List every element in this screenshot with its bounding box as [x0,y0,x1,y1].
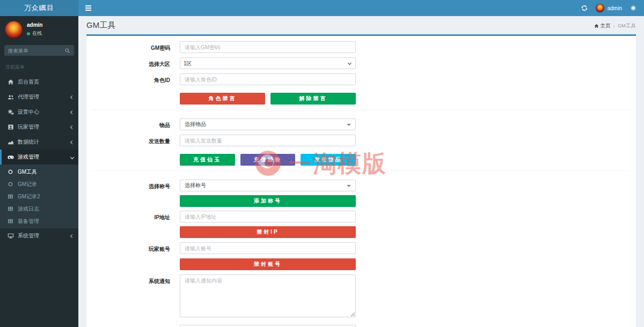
recharge-buttons-row: 充值仙玉 充值经验 发送物品 [92,151,631,166]
role-id-label: 角色ID [92,73,180,85]
unmute-role-button[interactable]: 解除禁言 [270,93,356,105]
title-label: 选择称号 [92,180,180,191]
gears-icon [7,109,14,115]
table-icon [7,218,14,224]
send-count-row: 发送数量 [92,135,631,146]
navbar: admin [78,0,644,16]
gm-password-input[interactable] [180,41,356,53]
recharge-jade-button[interactable]: 充值仙玉 [180,154,235,166]
title-select[interactable]: 选择称号 [180,180,356,191]
search-icon[interactable] [64,48,70,54]
sidebar-item-players[interactable]: 玩家管理 [0,120,78,135]
item-label: 物品 [92,118,180,130]
desktop-icon [7,233,14,239]
item-row: 物品 选择物品 [92,118,631,130]
sidebar-item-label: 系统管理 [18,232,39,240]
sidebar-item-label: 设置中心 [18,108,39,116]
sidebar-user-status: 在线 [27,30,42,37]
dropdown-arrow-icon [347,185,351,187]
refresh-icon[interactable] [581,5,588,11]
page-title: GM工具 [86,20,115,31]
sidebar-item-settings[interactable]: 设置中心 [0,105,78,120]
sidebar-item-system[interactable]: 系统管理 [0,228,78,243]
sidebar-search [4,45,74,56]
online-status-label: 在线 [32,30,42,37]
sidebar-item-label: 装备管理 [18,218,39,225]
top-bar: 万众瞩目 admin [0,0,644,16]
ip-input[interactable] [180,211,356,222]
home-icon [594,24,599,28]
send-count-label: 发送数量 [92,135,180,146]
table-icon [7,194,14,199]
dropdown-arrow-icon [347,124,351,126]
ban-ip-button[interactable]: 禁封IP [180,226,356,238]
sidebar-item-dashboard[interactable]: 后台首页 [0,75,78,90]
sidebar-item-game-logs[interactable]: 游戏日志 [0,203,78,215]
sidebar: admin 在线 导航菜单 后台首页 代理管理 设置中心 [0,16,78,327]
sidebar-item-agents[interactable]: 代理管理 [0,90,78,105]
gm-tools-panel: GM密码 选择大区 1区 角色ID 角色禁言 解除禁言 物品 [86,34,636,327]
chevron-down-icon [70,155,74,159]
role-id-row: 角色ID [92,73,631,85]
zone-select[interactable]: 1区 [180,57,356,69]
player-card-icon [7,124,14,130]
game-submenu: GM工具 GM记录 GM记录2 游戏日志 装备管理 [0,165,78,228]
mute-role-button[interactable]: 角色禁言 [180,93,265,105]
sidebar-item-game-management[interactable]: 游戏管理 [0,150,78,165]
sidebar-item-label: 代理管理 [18,93,39,101]
chevron-left-icon [70,234,74,237]
ban-account-button[interactable]: 禁封账号 [180,258,356,270]
sidebar-item-label: 后台首页 [18,78,39,86]
user-avatar [596,4,604,12]
title-row: 选择称号 选择称号 [92,180,631,191]
menu-search-input[interactable] [8,48,64,54]
notice-textarea[interactable] [180,274,356,317]
next-field-input[interactable] [180,325,356,327]
gamepad-icon [7,154,14,160]
user-name: admin [608,5,622,11]
sidebar-item-label: 数据统计 [18,138,39,146]
sidebar-item-gm-tools[interactable]: GM工具 [0,166,78,178]
circle-icon [7,181,14,187]
breadcrumb-home-link[interactable]: 主页 [594,23,611,29]
account-input[interactable] [180,242,356,254]
sidebar-item-gm-records2[interactable]: GM记录2 [0,190,78,203]
item-select-value: 选择物品 [185,121,206,128]
user-avatar-large [5,21,23,39]
home-icon [7,79,14,85]
sidebar-user-panel: admin 在线 [0,16,78,43]
item-select[interactable]: 选择物品 [180,118,356,130]
next-field-row [92,325,631,327]
role-id-input[interactable] [180,73,356,85]
sidebar-item-equipment[interactable]: 装备管理 [0,215,78,227]
add-title-button[interactable]: 添加称号 [180,195,356,207]
add-title-row: 添加称号 [92,195,631,207]
settings-gear-icon[interactable] [630,5,636,11]
sidebar-item-label: GM记录 [18,181,37,188]
sidebar-item-label: GM工具 [18,168,37,176]
mute-buttons-row: 角色禁言 解除禁言 [92,90,631,105]
notice-label: 系统通知 [92,274,180,318]
chevron-left-icon [70,140,74,144]
recharge-exp-button[interactable]: 充值经验 [240,154,296,166]
zone-row: 选择大区 1区 [92,57,631,69]
sidebar-item-label: 游戏管理 [18,153,39,161]
notice-row: 系统通知 [92,274,631,318]
section-divider [92,170,631,171]
sidebar-item-label: 玩家管理 [18,123,39,131]
sidebar-toggle-button[interactable] [78,0,98,16]
send-item-button[interactable]: 发送物品 [301,154,356,166]
sidebar-item-gm-records[interactable]: GM记录 [0,178,78,190]
chevron-left-icon [70,125,74,129]
breadcrumb-home-label: 主页 [601,23,611,29]
ip-row: IP地址 [92,211,631,222]
account-label: 玩家账号 [92,242,180,254]
brand-logo[interactable]: 万众瞩目 [0,0,78,16]
section-divider [92,109,631,110]
sidebar-item-label: 游戏日志 [18,205,39,213]
gm-password-label: GM密码 [92,41,180,53]
sidebar-user-name: admin [27,22,42,28]
user-menu[interactable]: admin [596,4,622,12]
sidebar-item-statistics[interactable]: 数据统计 [0,135,78,150]
send-count-input[interactable] [180,135,356,146]
